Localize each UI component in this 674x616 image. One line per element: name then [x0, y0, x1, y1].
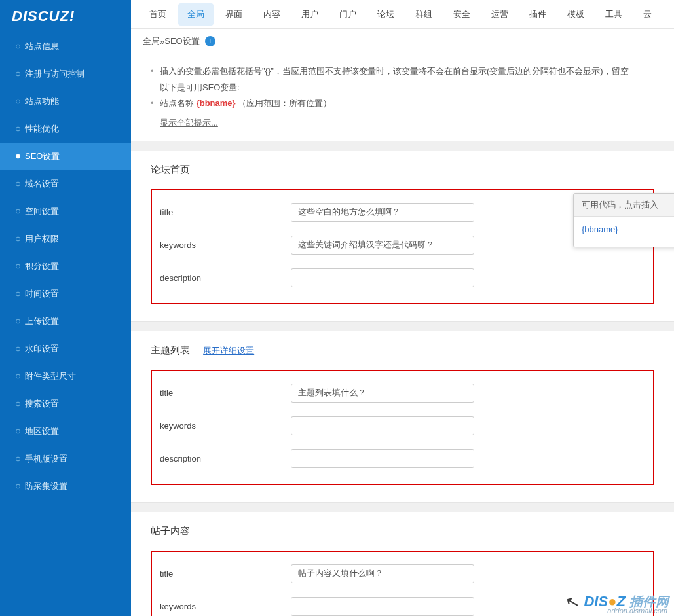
add-icon[interactable]: +	[205, 36, 215, 46]
note-line-1: 插入的变量必需包括花括号"{}"，当应用范围不支持该变量时，该变量将不会在前台显…	[151, 63, 654, 96]
breadcrumb-part1[interactable]: 全局	[143, 35, 160, 47]
topnav-item-2[interactable]: 界面	[216, 3, 252, 26]
sidebar-menu: 站点信息注册与访问控制站点功能性能优化SEO设置域名设置空间设置用户权限积分设置…	[0, 33, 131, 500]
show-all-link[interactable]: 显示全部提示...	[160, 117, 218, 129]
notes-block: 插入的变量必需包括花括号"{}"，当应用范围不支持该变量时，该变量将不会在前台显…	[131, 54, 674, 141]
topnav-item-3[interactable]: 内容	[254, 3, 290, 26]
input-forum-title[interactable]	[291, 203, 474, 222]
section-title-thread: 主题列表	[151, 344, 190, 355]
sidebar-item-5[interactable]: 域名设置	[0, 170, 131, 198]
redbox-forum: title keywords description 可用代码，点击插入	[151, 189, 654, 304]
label-keywords: keywords	[160, 602, 291, 611]
code-popup: 可用代码，点击插入 → {bbname}	[573, 193, 674, 247]
redbox-post: title keywords	[151, 551, 654, 616]
label-title: title	[160, 208, 291, 217]
sidebar-item-11[interactable]: 水印设置	[0, 335, 131, 363]
logo: DISCUZ!	[0, 0, 131, 33]
topnav-item-4[interactable]: 用户	[292, 3, 328, 26]
sidebar-item-10[interactable]: 上传设置	[0, 308, 131, 335]
sidebar-item-2[interactable]: 站点功能	[0, 88, 131, 115]
label-description: description	[160, 273, 291, 283]
sidebar-item-9[interactable]: 时间设置	[0, 280, 131, 308]
topnav-item-11[interactable]: 模板	[558, 3, 593, 26]
topnav-item-9[interactable]: 运营	[482, 3, 517, 26]
popup-head-text: 可用代码，点击插入	[582, 199, 658, 211]
section-forum-home: 论坛首页 title keywords description	[131, 151, 674, 322]
sidebar-item-7[interactable]: 用户权限	[0, 225, 131, 253]
topnav-item-13[interactable]: 云	[634, 3, 661, 26]
sidebar-item-6[interactable]: 空间设置	[0, 198, 131, 225]
label-keywords: keywords	[160, 240, 291, 250]
section-post-content: 帖子内容 title keywords	[131, 512, 674, 616]
topnav: 首页全局界面内容用户门户论坛群组安全运营插件模板工具云	[131, 0, 674, 29]
sidebar-item-1[interactable]: 注册与访问控制	[0, 60, 131, 88]
sidebar-item-12[interactable]: 附件类型尺寸	[0, 363, 131, 390]
label-keywords: keywords	[160, 421, 291, 431]
input-thread-description[interactable]	[291, 449, 474, 468]
sidebar-item-13[interactable]: 搜索设置	[0, 390, 131, 418]
topnav-item-12[interactable]: 工具	[596, 3, 631, 26]
redbox-thread: title keywords description	[151, 370, 654, 485]
breadcrumb: 全局 » SEO设置 +	[131, 29, 674, 54]
label-description: description	[160, 454, 291, 463]
variable-code: {bbname}	[197, 98, 236, 108]
topnav-item-7[interactable]: 群组	[406, 3, 441, 26]
sidebar-item-8[interactable]: 积分设置	[0, 253, 131, 280]
content: 插入的变量必需包括花括号"{}"，当应用范围不支持该变量时，该变量将不会在前台显…	[131, 54, 674, 616]
popup-head: 可用代码，点击插入 →	[574, 194, 674, 217]
label-title: title	[160, 569, 291, 579]
input-post-title[interactable]	[291, 564, 474, 583]
sidebar-item-3[interactable]: 性能优化	[0, 115, 131, 143]
sidebar-item-15[interactable]: 手机版设置	[0, 445, 131, 473]
section-title-post: 帖子内容	[151, 525, 654, 537]
label-title: title	[160, 388, 291, 398]
input-thread-title[interactable]	[291, 384, 474, 403]
breadcrumb-sep: »	[160, 37, 164, 46]
popup-code-bbname[interactable]: {bbname}	[582, 225, 618, 234]
main: 首页全局界面内容用户门户论坛群组安全运营插件模板工具云 全局 » SEO设置 +…	[131, 0, 674, 616]
input-post-keywords[interactable]	[291, 597, 474, 616]
section-title-forum: 论坛首页	[151, 164, 654, 176]
input-forum-keywords[interactable]	[291, 236, 474, 255]
input-thread-keywords[interactable]	[291, 416, 474, 435]
sidebar: DISCUZ! 站点信息注册与访问控制站点功能性能优化SEO设置域名设置空间设置…	[0, 0, 131, 616]
topnav-item-5[interactable]: 门户	[330, 3, 365, 26]
topnav-item-1[interactable]: 全局	[178, 3, 214, 26]
sidebar-item-4[interactable]: SEO设置	[0, 143, 131, 170]
sidebar-item-0[interactable]: 站点信息	[0, 33, 131, 60]
sidebar-item-14[interactable]: 地区设置	[0, 418, 131, 445]
expand-link[interactable]: 展开详细设置	[203, 346, 254, 355]
input-forum-description[interactable]	[291, 268, 474, 287]
topnav-item-6[interactable]: 论坛	[368, 3, 403, 26]
breadcrumb-part2: SEO设置	[164, 35, 199, 47]
sidebar-item-16[interactable]: 防采集设置	[0, 473, 131, 500]
topnav-item-10[interactable]: 插件	[520, 3, 555, 26]
section-thread-list: 主题列表 展开详细设置 title keywords description	[131, 331, 674, 503]
topnav-item-0[interactable]: 首页	[140, 3, 176, 26]
topnav-item-8[interactable]: 安全	[444, 3, 479, 26]
note-line-2: 站点名称 {bbname} （应用范围：所有位置）	[151, 96, 654, 112]
